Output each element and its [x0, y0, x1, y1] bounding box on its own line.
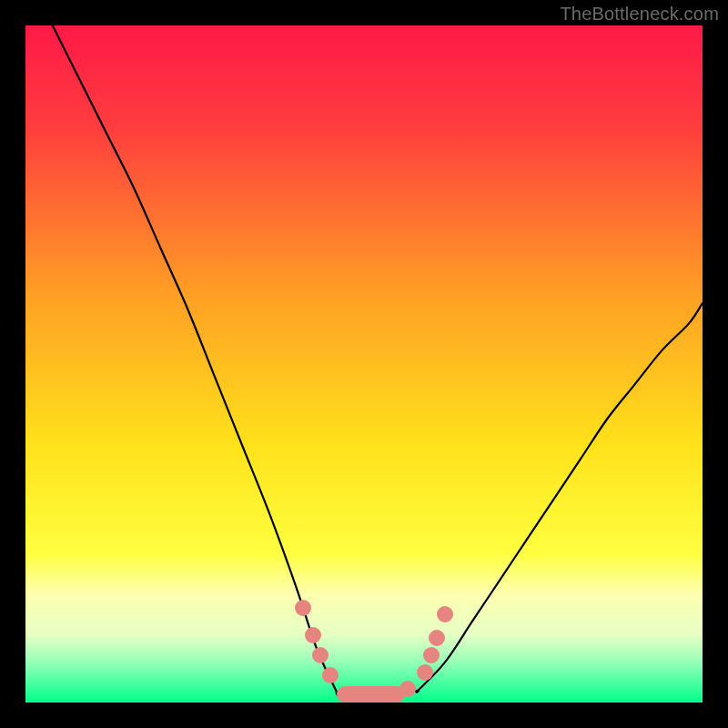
- chart-frame: TheBottleneck.com: [0, 0, 728, 728]
- bottleneck-curve: [25, 25, 703, 703]
- watermark-text: TheBottleneck.com: [560, 4, 719, 25]
- plot-area: [25, 25, 703, 703]
